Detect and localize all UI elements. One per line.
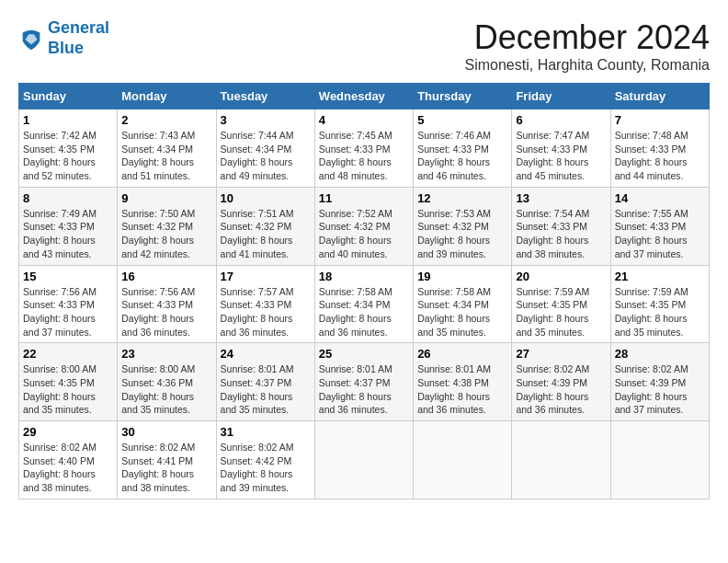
day-number: 1 [23, 113, 113, 127]
col-header-friday: Friday [512, 84, 610, 109]
day-number: 18 [319, 270, 409, 283]
day-info: Sunrise: 7:51 AM Sunset: 4:32 PM Dayligh… [221, 207, 311, 261]
col-header-monday: Monday [118, 84, 216, 109]
day-number: 19 [417, 270, 507, 283]
day-number: 12 [417, 191, 507, 205]
calendar-week-row: 29 Sunrise: 8:02 AM Sunset: 4:40 PM Dayl… [19, 421, 710, 500]
day-info: Sunrise: 8:01 AM Sunset: 4:38 PM Dayligh… [417, 362, 507, 417]
calendar-cell: 25 Sunrise: 8:01 AM Sunset: 4:37 PM Dayl… [314, 343, 413, 421]
calendar-cell: 3 Sunrise: 7:44 AM Sunset: 4:34 PM Dayli… [216, 109, 314, 188]
calendar-cell: 29 Sunrise: 8:02 AM Sunset: 4:40 PM Dayl… [19, 421, 118, 500]
day-number: 6 [516, 113, 606, 127]
calendar-cell [414, 421, 512, 500]
day-info: Sunrise: 7:50 AM Sunset: 4:32 PM Dayligh… [121, 207, 211, 261]
day-info: Sunrise: 7:54 AM Sunset: 4:33 PM Dayligh… [516, 207, 606, 261]
day-number: 11 [319, 191, 409, 205]
day-info: Sunrise: 7:57 AM Sunset: 4:33 PM Dayligh… [221, 285, 311, 339]
day-number: 28 [615, 347, 705, 361]
calendar-cell: 12 Sunrise: 7:53 AM Sunset: 4:32 PM Dayl… [414, 187, 512, 265]
calendar-cell: 7 Sunrise: 7:48 AM Sunset: 4:33 PM Dayli… [610, 109, 709, 188]
calendar-cell: 19 Sunrise: 7:58 AM Sunset: 4:34 PM Dayl… [414, 265, 512, 343]
calendar-cell: 18 Sunrise: 7:58 AM Sunset: 4:34 PM Dayl… [314, 265, 413, 343]
day-number: 2 [121, 113, 211, 127]
calendar-cell: 23 Sunrise: 8:00 AM Sunset: 4:36 PM Dayl… [118, 343, 216, 421]
calendar-cell: 24 Sunrise: 8:01 AM Sunset: 4:37 PM Dayl… [216, 343, 314, 421]
day-number: 16 [121, 270, 211, 283]
day-number: 23 [121, 347, 211, 361]
calendar-cell: 27 Sunrise: 8:02 AM Sunset: 4:39 PM Dayl… [512, 343, 610, 421]
day-number: 7 [615, 113, 705, 127]
day-info: Sunrise: 7:53 AM Sunset: 4:32 PM Dayligh… [417, 207, 507, 261]
col-header-wednesday: Wednesday [314, 84, 413, 109]
calendar-cell: 26 Sunrise: 8:01 AM Sunset: 4:38 PM Dayl… [414, 343, 512, 421]
location-title: Simonesti, Harghita County, Romania [465, 57, 711, 74]
day-number: 22 [23, 347, 113, 361]
day-number: 24 [221, 347, 311, 361]
day-info: Sunrise: 7:56 AM Sunset: 4:33 PM Dayligh… [121, 285, 211, 339]
day-info: Sunrise: 7:44 AM Sunset: 4:34 PM Dayligh… [221, 129, 311, 183]
day-number: 14 [615, 191, 705, 205]
calendar-cell: 10 Sunrise: 7:51 AM Sunset: 4:32 PM Dayl… [216, 187, 314, 265]
day-number: 15 [23, 270, 113, 283]
calendar-cell: 22 Sunrise: 8:00 AM Sunset: 4:35 PM Dayl… [19, 343, 118, 421]
day-info: Sunrise: 7:59 AM Sunset: 4:35 PM Dayligh… [516, 285, 606, 339]
day-number: 25 [319, 347, 409, 361]
calendar-cell: 20 Sunrise: 7:59 AM Sunset: 4:35 PM Dayl… [512, 265, 610, 343]
logo-text: General Blue [48, 18, 109, 58]
day-info: Sunrise: 7:49 AM Sunset: 4:33 PM Dayligh… [23, 207, 113, 261]
calendar-cell: 30 Sunrise: 8:02 AM Sunset: 4:41 PM Dayl… [118, 421, 216, 500]
day-number: 5 [417, 113, 507, 127]
day-info: Sunrise: 7:46 AM Sunset: 4:33 PM Dayligh… [417, 129, 507, 183]
logo-icon [18, 26, 44, 52]
day-info: Sunrise: 7:59 AM Sunset: 4:35 PM Dayligh… [615, 285, 705, 339]
day-info: Sunrise: 8:02 AM Sunset: 4:39 PM Dayligh… [615, 362, 705, 417]
day-info: Sunrise: 7:55 AM Sunset: 4:33 PM Dayligh… [615, 207, 705, 261]
calendar-week-row: 15 Sunrise: 7:56 AM Sunset: 4:33 PM Dayl… [19, 265, 710, 343]
logo: General Blue [18, 18, 109, 58]
calendar-cell: 21 Sunrise: 7:59 AM Sunset: 4:35 PM Dayl… [610, 265, 709, 343]
calendar-week-row: 8 Sunrise: 7:49 AM Sunset: 4:33 PM Dayli… [19, 187, 710, 265]
day-info: Sunrise: 8:02 AM Sunset: 4:42 PM Dayligh… [221, 441, 311, 495]
day-info: Sunrise: 7:52 AM Sunset: 4:32 PM Dayligh… [319, 207, 409, 261]
day-number: 21 [615, 270, 705, 283]
day-number: 10 [221, 191, 311, 205]
calendar-cell [512, 421, 610, 500]
calendar-cell: 28 Sunrise: 8:02 AM Sunset: 4:39 PM Dayl… [610, 343, 709, 421]
day-info: Sunrise: 7:42 AM Sunset: 4:35 PM Dayligh… [23, 129, 113, 183]
calendar-cell: 2 Sunrise: 7:43 AM Sunset: 4:34 PM Dayli… [118, 109, 216, 188]
day-info: Sunrise: 7:45 AM Sunset: 4:33 PM Dayligh… [319, 129, 409, 183]
day-number: 13 [516, 191, 606, 205]
calendar-cell: 11 Sunrise: 7:52 AM Sunset: 4:32 PM Dayl… [314, 187, 413, 265]
calendar-cell: 14 Sunrise: 7:55 AM Sunset: 4:33 PM Dayl… [610, 187, 709, 265]
calendar-cell: 9 Sunrise: 7:50 AM Sunset: 4:32 PM Dayli… [118, 187, 216, 265]
day-info: Sunrise: 8:02 AM Sunset: 4:40 PM Dayligh… [23, 441, 113, 495]
page-header: General Blue December 2024 Simonesti, Ha… [18, 18, 710, 74]
day-info: Sunrise: 8:01 AM Sunset: 4:37 PM Dayligh… [319, 362, 409, 417]
calendar-cell: 5 Sunrise: 7:46 AM Sunset: 4:33 PM Dayli… [414, 109, 512, 188]
col-header-saturday: Saturday [610, 84, 709, 109]
day-info: Sunrise: 7:43 AM Sunset: 4:34 PM Dayligh… [121, 129, 211, 183]
day-info: Sunrise: 7:56 AM Sunset: 4:33 PM Dayligh… [23, 285, 113, 339]
day-info: Sunrise: 8:00 AM Sunset: 4:36 PM Dayligh… [121, 362, 211, 417]
day-number: 20 [516, 270, 606, 283]
calendar-header-row: SundayMondayTuesdayWednesdayThursdayFrid… [19, 84, 710, 109]
day-info: Sunrise: 7:48 AM Sunset: 4:33 PM Dayligh… [615, 129, 705, 183]
calendar-week-row: 1 Sunrise: 7:42 AM Sunset: 4:35 PM Dayli… [19, 109, 710, 188]
day-info: Sunrise: 8:02 AM Sunset: 4:39 PM Dayligh… [516, 362, 606, 417]
day-number: 26 [417, 347, 507, 361]
calendar-table: SundayMondayTuesdayWednesdayThursdayFrid… [18, 83, 710, 500]
day-info: Sunrise: 8:01 AM Sunset: 4:37 PM Dayligh… [221, 362, 311, 417]
col-header-sunday: Sunday [19, 84, 118, 109]
calendar-cell: 31 Sunrise: 8:02 AM Sunset: 4:42 PM Dayl… [216, 421, 314, 500]
day-number: 27 [516, 347, 606, 361]
calendar-cell: 6 Sunrise: 7:47 AM Sunset: 4:33 PM Dayli… [512, 109, 610, 188]
day-info: Sunrise: 8:02 AM Sunset: 4:41 PM Dayligh… [121, 441, 211, 495]
calendar-cell: 8 Sunrise: 7:49 AM Sunset: 4:33 PM Dayli… [19, 187, 118, 265]
day-number: 9 [121, 191, 211, 205]
calendar-cell: 15 Sunrise: 7:56 AM Sunset: 4:33 PM Dayl… [19, 265, 118, 343]
day-number: 30 [121, 425, 211, 439]
calendar-cell: 4 Sunrise: 7:45 AM Sunset: 4:33 PM Dayli… [314, 109, 413, 188]
calendar-week-row: 22 Sunrise: 8:00 AM Sunset: 4:35 PM Dayl… [19, 343, 710, 421]
day-info: Sunrise: 8:00 AM Sunset: 4:35 PM Dayligh… [23, 362, 113, 417]
col-header-thursday: Thursday [414, 84, 512, 109]
